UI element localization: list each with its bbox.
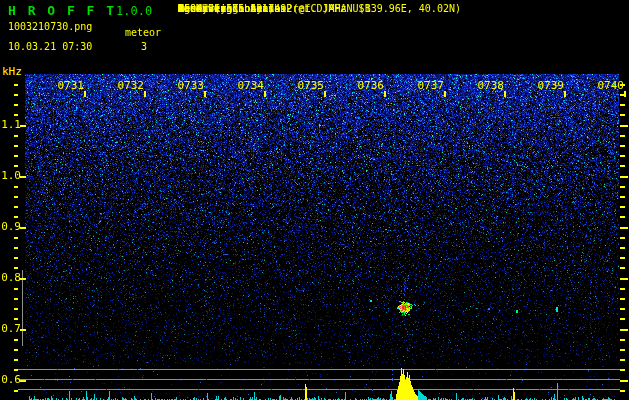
time-tick-label: 0738 [475, 80, 504, 92]
time-tick-label: 0735 [295, 80, 324, 92]
time-minute-tick [144, 91, 146, 97]
time-tick-label: 0734 [235, 80, 264, 92]
hrofft-window: kHz 1.11.00.90.80.70.6 07310732073307340… [0, 0, 629, 400]
observation-datetime: 10.03.21 07:30 [8, 41, 92, 52]
time-minute-tick [204, 91, 206, 97]
mode-label: meteor [125, 27, 161, 38]
time-minute-tick [324, 91, 326, 97]
output-file-name: 1003210730.png [8, 21, 92, 32]
time-tick-label: 0733 [175, 80, 204, 92]
app-version: 1.0.0 [116, 4, 152, 18]
app-title: H R O F F T [8, 3, 116, 18]
time-axis: 0731073207330734073507360737073807390740 [0, 0, 629, 400]
time-minute-tick [624, 91, 626, 97]
time-tick-label: 0736 [355, 80, 384, 92]
meteor-echo-count: 3 [141, 41, 147, 52]
time-minute-tick [84, 91, 86, 97]
time-tick-label: 0739 [535, 80, 564, 92]
station-info-value: A504HB(yagi 4el) [178, 3, 274, 15]
time-minute-tick [504, 91, 506, 97]
time-tick-label: 0732 [115, 80, 144, 92]
time-tick-label: 0731 [55, 80, 84, 92]
time-tick-label: 0737 [415, 80, 444, 92]
time-minute-tick [564, 91, 566, 97]
time-minute-tick [444, 91, 446, 97]
time-minute-tick [384, 91, 386, 97]
time-tick-label: 0740 [595, 80, 624, 92]
time-minute-tick [264, 91, 266, 97]
